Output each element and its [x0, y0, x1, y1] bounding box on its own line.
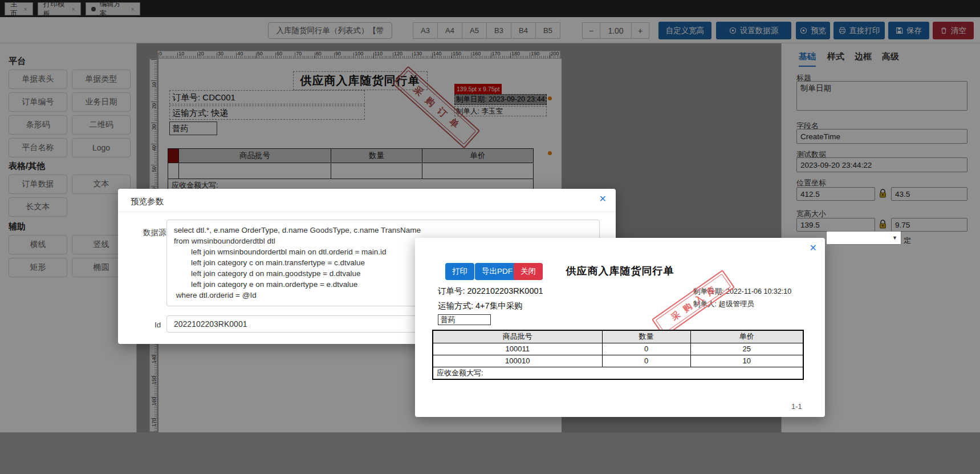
- close-button[interactable]: 关闭: [514, 263, 543, 280]
- table-col-header: 数量: [602, 330, 690, 343]
- print-preview-dialog: ✕ 打印 导出PDF 关闭 供应商入库随货同行单 订单号: 2022102203…: [415, 238, 825, 417]
- table-col-header: 单价: [690, 330, 803, 343]
- preview-doc-title: 供应商入库随货同行单: [566, 264, 674, 278]
- preview-order-no: 订单号: 2022102203RK0001: [438, 286, 543, 297]
- table-cell: 0: [602, 343, 690, 355]
- divider: [118, 212, 616, 212]
- table-body: 100011 0 25 100010 0 10: [433, 343, 803, 367]
- app-root: 主页 × 打印模板 × 编辑方案 × 入库随货同行单（列表式）【带 A3A4A5…: [0, 0, 980, 474]
- amount-in-words: 应收金额大写:: [433, 367, 803, 379]
- print-button[interactable]: 打印: [445, 263, 474, 280]
- table-row: 100010 0 10: [433, 355, 803, 367]
- table-cell: 0: [602, 355, 690, 367]
- chevron-down-icon: ▼: [892, 235, 897, 241]
- table-cell: 10: [690, 355, 803, 367]
- floating-select-dropdown[interactable]: ▼: [826, 231, 901, 245]
- preview-drug-type: 普药: [438, 314, 491, 325]
- table-cell: 100011: [433, 343, 602, 355]
- table-row: 100011 0 25: [433, 343, 803, 355]
- preview-order-table: 商品批号 数量 单价 100011 0 25 100010 0 10 应收金额大…: [432, 330, 804, 380]
- table-cell: 25: [690, 343, 803, 355]
- close-icon[interactable]: ✕: [810, 244, 817, 253]
- table-col-header: 商品批号: [433, 330, 602, 343]
- datasource-label: 数据源: [143, 228, 166, 238]
- preview-transport: 运输方式: 4+7集中采购: [438, 301, 523, 311]
- export-pdf-button[interactable]: 导出PDF: [475, 263, 519, 280]
- table-cell: 100010: [433, 355, 602, 367]
- page-indicator: 1-1: [791, 402, 802, 411]
- dialog-title: 预览参数: [131, 196, 164, 207]
- close-icon[interactable]: ✕: [599, 195, 607, 204]
- id-label: Id: [154, 321, 161, 329]
